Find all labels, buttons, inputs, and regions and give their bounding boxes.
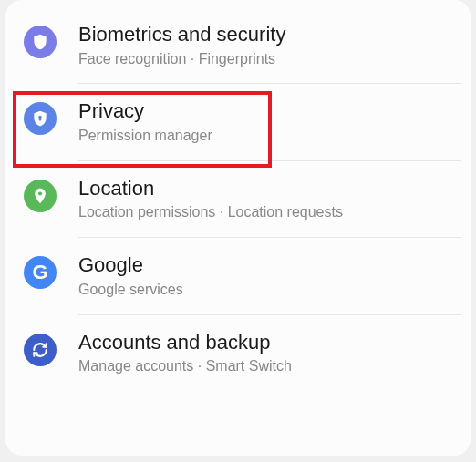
item-text: Biometrics and security Face recognition…: [78, 22, 452, 68]
item-text: Location Location permissions · Location…: [78, 176, 452, 222]
item-sub: Location permissions · Location requests: [78, 203, 452, 222]
item-sub: Permission manager: [78, 127, 452, 146]
settings-item-biometrics[interactable]: Biometrics and security Face recognition…: [5, 7, 471, 83]
privacy-shield-icon: [24, 102, 57, 135]
google-g-icon: G: [24, 256, 57, 289]
item-title: Location: [78, 176, 452, 202]
settings-item-location[interactable]: Location Location permissions · Location…: [5, 161, 471, 237]
item-text: Accounts and backup Manage accounts · Sm…: [78, 330, 452, 376]
settings-item-privacy[interactable]: Privacy Permission manager: [5, 84, 471, 159]
item-sub: Google services: [78, 281, 452, 300]
settings-card: Biometrics and security Face recognition…: [5, 0, 471, 456]
svg-rect-1: [39, 118, 42, 121]
item-sub: Face recognition · Fingerprints: [78, 50, 452, 69]
settings-item-accounts-backup[interactable]: Accounts and backup Manage accounts · Sm…: [5, 315, 471, 391]
settings-item-google[interactable]: G Google Google services: [5, 238, 471, 313]
location-pin-icon: [24, 180, 57, 212]
item-text: Privacy Permission manager: [78, 98, 452, 145]
sync-icon: [24, 334, 57, 366]
item-sub: Manage accounts · Smart Switch: [78, 357, 452, 376]
item-title: Accounts and backup: [78, 330, 452, 356]
svg-point-2: [38, 191, 42, 195]
item-text: Google Google services: [78, 252, 452, 299]
shield-icon: [24, 26, 57, 58]
item-title: Google: [78, 252, 452, 279]
item-title: Privacy: [78, 98, 452, 125]
item-title: Biometrics and security: [78, 22, 452, 48]
